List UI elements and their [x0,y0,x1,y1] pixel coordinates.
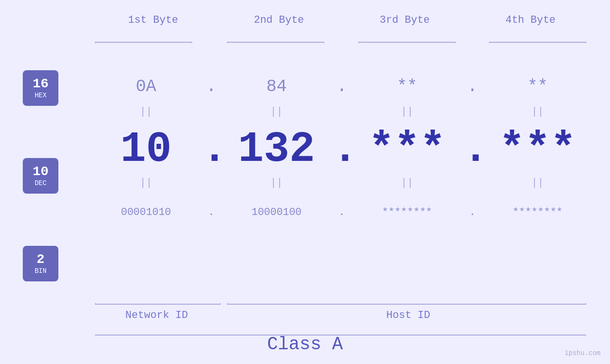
bin-val4: ******** [513,206,563,218]
bin-val2: 10000100 [252,206,302,218]
bin-row: 00001010 . 10000100 . ******** . *******… [90,195,593,230]
dec-row: 10 . 132 . *** . *** [90,123,593,176]
values-grid: 0A . 84 . ** . ** || || || || 10 . 132 .… [90,69,593,230]
bracket-top-2 [227,42,324,43]
byte-headers: 1st Byte 2nd Byte 3rd Byte 4th Byte [90,14,593,26]
eq1-2: || [270,106,282,118]
bin-badge: 2 BIN [23,246,58,281]
hex-dot2: . [337,77,347,96]
hex-badge: 16 HEX [23,70,58,106]
dec-val3: *** [368,125,445,174]
dec-val4: *** [499,125,576,174]
watermark: ipshu.com [564,349,601,357]
eq2-2: || [270,177,282,189]
network-id-label: Network ID [90,309,223,321]
hex-val2: 84 [266,77,287,96]
hex-val3: ** [397,77,417,96]
byte2-header: 2nd Byte [216,14,342,26]
hex-badge-number: 16 [33,77,49,92]
hex-val4: ** [527,77,548,96]
bin-dot3: . [469,206,475,218]
hex-dot1: . [206,77,216,96]
bracket-top-1 [95,42,192,43]
eq-row-2: || || || || [90,176,593,190]
bin-badge-number: 2 [37,252,45,267]
bin-val1: 00001010 [121,206,171,218]
bracket-top-4 [489,42,586,43]
dec-val2: 132 [238,125,315,174]
eq1-4: || [531,106,544,118]
badges-column: 16 HEX 10 DEC 2 BIN [23,70,58,281]
hex-badge-label: HEX [35,92,47,99]
class-label: Class A [0,334,610,355]
bin-dot2: . [338,206,345,218]
hex-row: 0A . 84 . ** . ** [90,69,593,104]
eq2-4: || [531,177,544,189]
dec-badge: 10 DEC [23,158,58,194]
host-id-label: Host ID [223,309,593,321]
host-id-bracket [227,303,586,305]
byte3-header: 3rd Byte [342,14,468,26]
byte4-header: 4th Byte [468,14,593,26]
bracket-top-3 [358,42,456,43]
byte1-header: 1st Byte [90,14,216,26]
dec-val1: 10 [120,125,171,174]
eq1-1: || [140,106,152,118]
hex-val1: 0A [136,77,156,96]
eq-row-1: || || || || [90,104,593,119]
eq1-3: || [401,106,413,118]
bin-badge-label: BIN [35,267,47,275]
bottom-labels: Network ID Host ID [90,309,593,321]
bin-val3: ******** [382,206,432,218]
network-id-bracket [95,303,221,305]
eq2-3: || [401,177,413,189]
eq2-1: || [140,177,152,189]
dec-badge-label: DEC [35,179,47,187]
hex-dot3: . [467,77,478,96]
bin-dot1: . [208,206,214,218]
dec-badge-number: 10 [33,165,49,179]
main-container: 1st Byte 2nd Byte 3rd Byte 4th Byte 16 H… [0,0,610,364]
